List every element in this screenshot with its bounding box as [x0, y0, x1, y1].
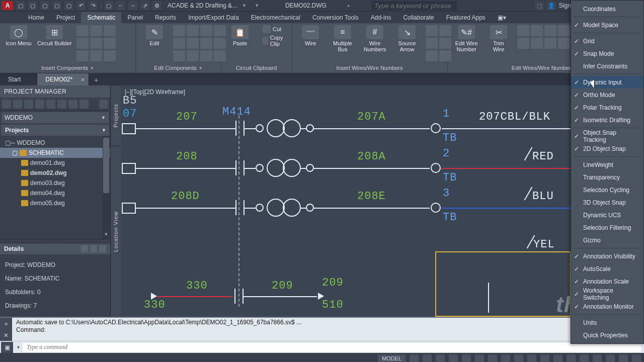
- menu-item-selection-filtering[interactable]: Selection Filtering: [571, 221, 643, 234]
- qat-saveas-icon[interactable]: ▢: [52, 1, 61, 10]
- ribbon-tab-add-ins[interactable]: Add-ins: [365, 12, 397, 23]
- ribbon-tab-project[interactable]: Project: [50, 12, 81, 23]
- ribbon-overflow-icon[interactable]: ▣▾: [492, 12, 512, 23]
- multiple-bus-button[interactable]: ≡Multiple Bus: [329, 25, 356, 52]
- menu-item-model-space[interactable]: ✓Model Space: [571, 19, 643, 31]
- paste-button[interactable]: 📋 Paste: [226, 25, 254, 46]
- ribbon-tab-import-export-data[interactable]: Import/Export Data: [182, 12, 245, 23]
- command-prompt-icon[interactable]: ▣: [1, 342, 13, 353]
- command-history[interactable]: Automatic save to C:\Users\AutoCAD.Elect…: [12, 318, 644, 341]
- tree-file[interactable]: demo04.dwg: [0, 188, 110, 198]
- command-handle[interactable]: » ✕: [0, 318, 12, 341]
- tree-root[interactable]: ▢─WDDEMO: [0, 138, 110, 148]
- close-icon[interactable]: ✕: [4, 332, 9, 339]
- doc-tab[interactable]: DEMO02*×: [37, 73, 89, 85]
- tree-scrollbar[interactable]: ▲ ▼: [103, 136, 110, 239]
- pm-tool-icon[interactable]: [2, 100, 11, 109]
- tree-file[interactable]: demo03.dwg: [0, 178, 110, 188]
- splitter-grip[interactable]: · · · · ·: [0, 239, 110, 243]
- location-view-strip[interactable]: Location View: [111, 146, 121, 317]
- small-button[interactable]: [76, 25, 89, 36]
- qat-plot-icon[interactable]: ▢: [64, 1, 73, 10]
- menu-item-annotation-visibility[interactable]: ✓Annotation Visibility: [571, 250, 643, 262]
- menu-item-workspace-switching[interactable]: ✓Workspace Switching: [571, 288, 643, 300]
- connectivity-icon[interactable]: ⬚: [535, 1, 544, 10]
- workspace-caret-icon[interactable]: ▼: [242, 3, 247, 8]
- ribbon-tab-reports[interactable]: Reports: [149, 12, 182, 23]
- qat-back-icon[interactable]: ←: [116, 1, 125, 10]
- grid-toggle-icon[interactable]: [410, 354, 419, 362]
- menu-item-lineweight[interactable]: LineWeight: [571, 158, 643, 171]
- menu-item--d-object-snap[interactable]: ✓2D Object Snap: [571, 142, 643, 155]
- qat-save-icon[interactable]: ▢: [40, 1, 49, 10]
- trim-wire-button[interactable]: ✂Trim Wire: [485, 25, 512, 52]
- qat-share-icon[interactable]: ⇗: [140, 1, 149, 10]
- ribbon-tab-featured-apps[interactable]: Featured Apps: [440, 12, 492, 23]
- menu-item-object-snap-tracking[interactable]: ✓Object Snap Tracking: [571, 130, 643, 142]
- menu-item-units[interactable]: Units: [571, 316, 643, 329]
- source-arrow-button[interactable]: ↘Source Arrow: [393, 25, 421, 52]
- ribbon-tab-schematic[interactable]: Schematic: [81, 12, 121, 23]
- copy-clip-button[interactable]: Copy Clip: [263, 35, 286, 47]
- customize-statusbar-icon[interactable]: [632, 354, 641, 362]
- qat-open-icon[interactable]: ▢: [28, 1, 37, 10]
- details-icon[interactable]: [81, 245, 88, 252]
- drawing-canvas[interactable]: [–][Top][2D Wireframe] B5 07 207 M414 20…: [121, 85, 644, 317]
- details-header[interactable]: Details: [0, 243, 110, 254]
- qat-new-icon[interactable]: ▢: [16, 1, 25, 10]
- edit-wire-number-button[interactable]: ✎#Edit Wire Number: [453, 25, 480, 52]
- doc-tab[interactable]: Start: [0, 73, 37, 85]
- user-icon[interactable]: 👤: [547, 1, 556, 10]
- wire-button[interactable]: 〰Wire: [297, 25, 324, 46]
- qat-print-icon[interactable]: ▢: [104, 1, 113, 10]
- cut-button[interactable]: Cut: [263, 25, 286, 33]
- model-space-button[interactable]: MODEL: [378, 354, 406, 362]
- app-logo[interactable]: A: [2, 1, 13, 10]
- menu-item-autoscale[interactable]: ✓AutoScale: [571, 262, 643, 275]
- menu-item-coordinates[interactable]: Coordinates: [571, 3, 643, 15]
- qat-caret-icon[interactable]: ▼: [255, 3, 259, 8]
- menu-item--d-object-snap[interactable]: 3D Object Snap: [571, 196, 643, 209]
- panel-title[interactable]: Insert Components▼: [5, 63, 130, 73]
- icon-menu-button[interactable]: ◯ Icon Menu: [5, 25, 32, 46]
- menu-item-selection-cycling[interactable]: Selection Cycling: [571, 184, 643, 196]
- menu-item-grid[interactable]: ✓Grid: [571, 35, 643, 47]
- workspace-gear-icon[interactable]: ⚙: [152, 1, 162, 10]
- projects-strip[interactable]: Projects: [111, 85, 121, 146]
- project-tree[interactable]: ▢─WDDEMO ▢SCHEMATIC demo01.dwgdemo02.dwg…: [0, 136, 110, 239]
- menu-item-ortho-mode[interactable]: ✓Ortho Mode: [571, 88, 643, 101]
- menu-item-annotation-scale[interactable]: ✓Annotation Scale: [571, 275, 643, 288]
- menu-item-dynamic-ucs[interactable]: Dynamic UCS: [571, 209, 643, 221]
- menu-item-dynamic-input[interactable]: ✓Dynamic Input: [571, 76, 643, 88]
- close-icon[interactable]: ×: [81, 76, 85, 83]
- qat-redo-icon[interactable]: ↷: [89, 1, 98, 10]
- qat-fwd-icon[interactable]: →: [128, 1, 137, 10]
- menu-item-polar-tracking[interactable]: ✓Polar Tracking: [571, 101, 643, 114]
- search-caret-icon[interactable]: ▸: [348, 3, 350, 8]
- menu-item-quick-properties[interactable]: Quick Properties: [571, 329, 643, 341]
- ribbon-tab-collaborate[interactable]: Collaborate: [397, 12, 440, 23]
- menu-item-infer-constraints[interactable]: Infer Constraints: [571, 60, 643, 72]
- pm-help-icon[interactable]: [99, 100, 108, 109]
- ribbon-tab-panel[interactable]: Panel: [121, 12, 149, 23]
- tree-folder-schematic[interactable]: ▢SCHEMATIC: [0, 148, 110, 158]
- tree-file[interactable]: demo02.dwg: [0, 168, 110, 178]
- wire-numbers-button[interactable]: #Wire Numbers: [361, 25, 388, 52]
- snap-toggle-icon[interactable]: [423, 354, 432, 362]
- ribbon-tab-conversion-tools[interactable]: Conversion Tools: [306, 12, 365, 23]
- add-tab-button[interactable]: +: [89, 75, 103, 84]
- menu-item-annotation-monitor[interactable]: ✓Annotation Monitor: [571, 300, 643, 313]
- command-input[interactable]: [23, 343, 641, 352]
- chevron-icon[interactable]: »: [5, 320, 8, 327]
- menu-item-gizmo[interactable]: Gizmo: [571, 234, 643, 246]
- qat-undo-icon[interactable]: ↶: [76, 1, 86, 10]
- tree-file[interactable]: demo05.dwg: [0, 198, 110, 208]
- menu-item-snap-mode[interactable]: ✓Snap Mode: [571, 47, 643, 60]
- tree-file[interactable]: demo01.dwg: [0, 158, 110, 168]
- project-combo[interactable]: WDDEMO▼: [2, 112, 109, 123]
- menu-item-isometric-drafting[interactable]: ✓Isometric Drafting: [571, 114, 643, 126]
- projects-section-header[interactable]: Projects▼: [1, 125, 109, 136]
- command-caret-icon[interactable]: ▼: [16, 345, 21, 350]
- ribbon-tab-home[interactable]: Home: [22, 12, 50, 23]
- panel-title[interactable]: Edit Components▼: [141, 63, 216, 73]
